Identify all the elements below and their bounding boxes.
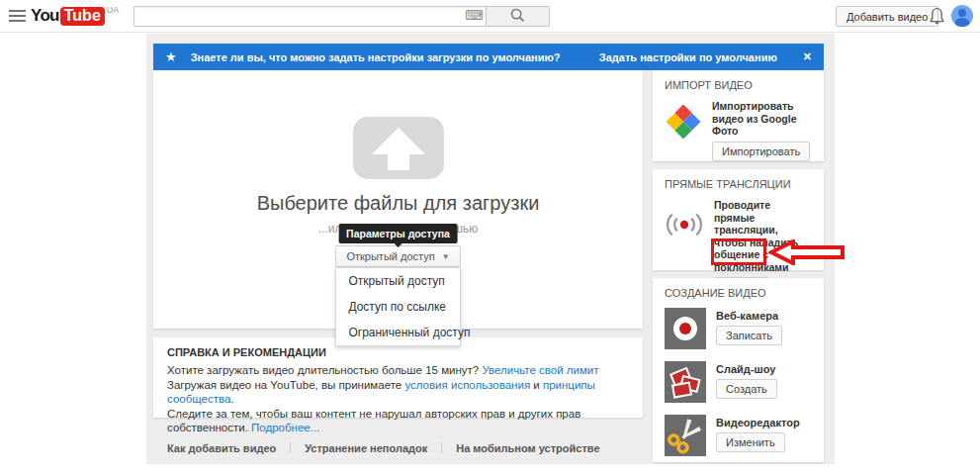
privacy-tooltip: Параметры доступа (338, 224, 458, 243)
import-video-text: Импортировать видео из Google Фото (712, 100, 812, 138)
set-default-settings-link[interactable]: Задать настройки по умолчанию (599, 51, 777, 63)
live-streams-title: ПРЯМЫЕ ТРАНСЛЯЦИИ (665, 178, 812, 190)
privacy-dropdown-label: Открытый доступ (346, 250, 434, 262)
slideshow-item: Слайд-шоу Создать (665, 361, 812, 403)
chevron-down-icon: ▼ (442, 252, 450, 261)
default-settings-notice-bar: ★ Знаете ли вы, что можно задать настрой… (153, 44, 824, 70)
import-button[interactable]: Импортировать (712, 142, 810, 161)
help-line-2-mid: и (530, 379, 543, 391)
help-line-2-end: . (230, 393, 233, 405)
slideshow-title: Слайд-шоу (716, 363, 777, 375)
webcam-icon (665, 308, 706, 349)
video-editor-item: Видеоредактор Изменить (665, 415, 812, 456)
divider (290, 442, 291, 453)
search-button[interactable] (487, 6, 550, 27)
import-video-title: ИМПОРТ ВИДЕО (665, 79, 812, 91)
logo-you-text: You (31, 6, 59, 26)
video-editor-title: Видеоредактор (716, 417, 800, 428)
close-icon[interactable]: ✕ (803, 50, 812, 63)
menu-item-public[interactable]: Открытый доступ (336, 268, 460, 294)
top-header: You Tube UA ⌨ Добавить видео (0, 0, 980, 33)
account-avatar[interactable] (951, 5, 973, 27)
upload-arrow-icon[interactable] (153, 117, 643, 183)
how-to-add-video-link[interactable]: Как добавить видео (167, 442, 276, 454)
privacy-dropdown-menu: Открытый доступ Доступ по ссылке Огранич… (335, 267, 461, 346)
scissors-icon (665, 415, 706, 456)
upload-panel: Выберите файлы для загрузки ...или перет… (153, 70, 643, 329)
help-line-3-text: Следите за тем, чтобы ваш контент не нар… (167, 408, 580, 434)
terms-of-use-link[interactable]: условия использования (404, 379, 530, 391)
search-input[interactable] (134, 6, 487, 27)
notice-text: Знаете ли вы, что можно задать настройки… (191, 51, 599, 63)
help-title: СПРАВКА И РЕКОМЕНДАЦИИ (167, 346, 629, 358)
live-streams-text: Проводите прямые трансляции, чтобы налад… (714, 199, 812, 273)
live-streams-card: ПРЯМЫЕ ТРАНСЛЯЦИИ Проводите прямые транс… (653, 169, 824, 270)
help-line-2-text: Загружая видео на YouTube, вы принимаете (167, 379, 404, 391)
divider (441, 442, 442, 453)
menu-item-unlisted[interactable]: Доступ по ссылке (336, 294, 460, 320)
import-video-card: ИМПОРТ ВИДЕО Импортировать видео из Goog… (653, 70, 824, 161)
youtube-logo[interactable]: You Tube UA (31, 6, 119, 26)
keyboard-icon[interactable]: ⌨ (465, 8, 484, 24)
logo-tube-text: Tube (60, 7, 105, 26)
help-footer-links: Как добавить видео Устранение неполадок … (167, 442, 629, 454)
help-line-2: Загружая видео на YouTube, вы принимаете… (167, 378, 629, 407)
menu-item-private[interactable]: Ограниченный доступ (336, 320, 460, 345)
webcam-item: Веб-камера Записать (665, 308, 812, 349)
edit-video-button[interactable]: Изменить (716, 432, 785, 452)
troubleshooting-link[interactable]: Устранение неполадок (305, 442, 427, 454)
google-photos-icon (665, 103, 702, 161)
upload-title: Выберите файлы для загрузки (153, 192, 643, 215)
logo-country-code: UA (107, 5, 120, 15)
privacy-selector: Параметры доступа Открытый доступ ▼ Откр… (335, 245, 460, 267)
learn-more-link[interactable]: Подробнее... (251, 422, 319, 433)
slideshow-icon (665, 361, 706, 403)
record-button[interactable]: Записать (716, 326, 782, 345)
help-line-3: Следите за тем, чтобы ваш контент не нар… (167, 407, 629, 435)
youtube-upload-page: You Tube UA ⌨ Добавить видео ★ Знаете ли… (0, 0, 980, 476)
help-line-1: Хотите загружать видео длительностью бол… (167, 363, 629, 378)
star-icon: ★ (165, 49, 177, 64)
create-slideshow-button[interactable]: Создать (716, 379, 777, 399)
hamburger-menu-icon[interactable] (9, 10, 26, 23)
increase-limit-link[interactable]: Увеличьте свой лимит (482, 364, 598, 376)
help-line-1-text: Хотите загружать видео длительностью бол… (167, 364, 482, 376)
notifications-bell-icon[interactable] (929, 7, 945, 30)
search-icon (510, 8, 525, 26)
webcam-title: Веб-камера (716, 310, 782, 322)
add-video-button[interactable]: Добавить видео (836, 6, 938, 27)
video-creation-title: СОЗДАНИЕ ВИДЕО (665, 287, 812, 299)
on-mobile-link[interactable]: На мобильном устройстве (456, 442, 599, 454)
video-creation-card: СОЗДАНИЕ ВИДЕО Веб-камера Записать (653, 278, 824, 462)
help-panel: СПРАВКА И РЕКОМЕНДАЦИИ Хотите загружать … (153, 337, 643, 418)
